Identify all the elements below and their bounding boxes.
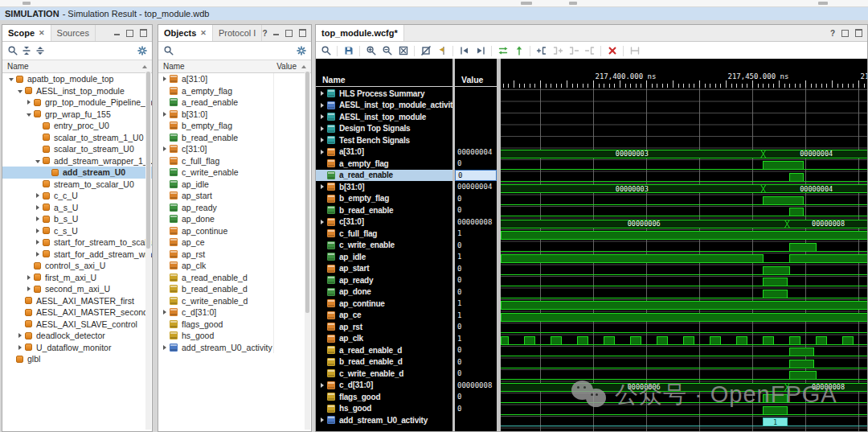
wave-signal-b-read-enable[interactable]: b_read_enable <box>316 204 452 216</box>
swap-icon[interactable] <box>496 44 510 58</box>
tree-item-add_stream_wrapper_1_u0[interactable]: add_stream_wrapper_1_U0 <box>2 155 152 167</box>
objects-column-header[interactable]: Name Value <box>158 60 311 73</box>
objects-row-b-read-enable[interactable]: b_read_enable <box>158 132 311 144</box>
tree-item-c_c_u[interactable]: c_c_U <box>2 190 152 202</box>
wave-signal-ap-idle[interactable]: ap_idle <box>316 251 452 263</box>
wave-signal-ap-ready[interactable]: ap_ready <box>316 274 452 286</box>
expand-arrow-icon[interactable] <box>16 85 25 97</box>
wave-signal-ap-done[interactable]: ap_done <box>316 286 452 298</box>
save-icon[interactable] <box>342 44 355 58</box>
tree-item-aesl_axi_slave_control[interactable]: AESL_AXI_SLAVE_control <box>2 319 152 331</box>
tree-item-stream_to_scalar_u0[interactable]: stream_to_scalar_U0 <box>2 179 152 191</box>
wave-signal-hs-good[interactable]: hs_good <box>316 403 452 415</box>
tree-item-a_s_u[interactable]: a_s_U <box>2 202 152 214</box>
wave-signal-test-bench-signals[interactable]: Test Bench Signals <box>316 134 452 146</box>
crosshair-off-icon[interactable] <box>419 44 432 58</box>
objects-row-c-write-enable-d[interactable]: c_write_enable_d <box>158 295 311 307</box>
tree-item-add_stream_u0[interactable]: add_stream_U0 <box>2 167 152 179</box>
tab-scope[interactable]: Scope✕ <box>2 25 51 41</box>
tree-item-grp_top_module_pipeline_main_lc[interactable]: grp_top_module_Pipeline_main_lc <box>2 97 152 109</box>
objects-row-add-stream-u0-activity[interactable]: add_stream_U0_activity <box>158 342 311 354</box>
maximize-button[interactable] <box>285 30 293 37</box>
wave-signal-ap-ce[interactable]: ap_ce <box>316 310 452 322</box>
expand-arrow-icon[interactable] <box>162 342 170 354</box>
expand-arrow-icon[interactable] <box>34 249 43 261</box>
objects-row-ap-continue[interactable]: ap_continue <box>158 225 311 237</box>
expand-arrow-icon[interactable] <box>16 330 25 342</box>
wave-signal-c-full-flag[interactable]: c_full_flag <box>316 228 452 240</box>
help-button[interactable]: ? <box>262 29 267 38</box>
tree-item-deadlock_detector[interactable]: deadlock_detector <box>2 330 152 342</box>
wave-signal-ap-clk[interactable]: ap_clk <box>316 333 452 345</box>
gear-icon[interactable] <box>135 44 149 58</box>
objects-row-b-read-enable-d[interactable]: b_read_enable_d <box>158 283 311 295</box>
gear-icon[interactable] <box>294 44 308 58</box>
wave-signal-a-31-0-[interactable]: a[31:0] <box>316 146 452 158</box>
tree-item-start_for_add_stream_wrapper[interactable]: start_for_add_stream_wrapper <box>2 249 152 261</box>
close-icon[interactable]: ✕ <box>39 29 45 37</box>
expand-arrow-icon[interactable] <box>318 123 327 135</box>
expand-arrow-icon[interactable] <box>34 225 43 237</box>
wave-signal-b-31-0-[interactable]: b[31:0] <box>316 181 452 193</box>
search-icon[interactable] <box>162 44 175 58</box>
maximize-button[interactable] <box>126 30 133 37</box>
wave-signal-b-read-enable-d[interactable]: b_read_enable_d <box>316 356 452 368</box>
expand-arrow-icon[interactable] <box>25 283 34 295</box>
zoom-out-icon[interactable] <box>380 44 394 58</box>
wave-signal-ap-start[interactable]: ap_start <box>316 263 452 275</box>
next-transition-icon[interactable] <box>473 44 487 58</box>
zoom-fit-icon[interactable] <box>396 44 410 58</box>
objects-row-ap-rst[interactable]: ap_rst <box>158 249 311 261</box>
expand-arrow-icon[interactable] <box>318 216 327 228</box>
float-button[interactable] <box>140 29 147 37</box>
objects-row-ap-done[interactable]: ap_done <box>158 213 311 225</box>
wave-signal-a-read-enable[interactable]: a_read_enable <box>316 170 452 182</box>
expand-arrow-icon[interactable] <box>318 88 327 100</box>
tree-item-glbl[interactable]: glbl <box>2 353 152 365</box>
tree-item-first_m_axi_u[interactable]: first_m_axi_U <box>2 272 152 284</box>
expand-arrow-icon[interactable] <box>162 109 170 121</box>
wave-signal-flags-good[interactable]: flags_good <box>316 391 452 403</box>
expand-arrow-icon[interactable] <box>162 73 170 85</box>
wave-signal-c-d-31-0-[interactable]: c_d[31:0] <box>316 380 452 392</box>
wave-signal-c-write-enable-d[interactable]: c_write_enable_d <box>316 368 452 380</box>
tree-item-u_dataflow_monitor[interactable]: U_dataflow_monitor <box>2 342 152 354</box>
objects-row-a-empty-flag[interactable]: a_empty_flag <box>158 85 311 97</box>
expand-arrow-icon[interactable] <box>25 109 34 121</box>
tab-sources[interactable]: Sources <box>51 25 96 41</box>
tree-item-second_m_axi_u[interactable]: second_m_axi_U <box>2 283 152 295</box>
expand-arrow-icon[interactable] <box>318 111 327 123</box>
objects-row-a-31-0-[interactable]: a[31:0] <box>158 73 311 85</box>
expand-arrow-icon[interactable] <box>34 155 43 167</box>
wave-signal-add-stream-u0-activity[interactable]: add_stream_U0_activity <box>316 414 452 426</box>
objects-row-c-31-0-[interactable]: c[31:0] <box>158 143 311 155</box>
expand-arrow-icon[interactable] <box>318 100 327 112</box>
expand-arrow-icon[interactable] <box>318 146 327 158</box>
prev-transition-icon[interactable] <box>457 44 471 58</box>
objects-row-c-write-enable[interactable]: c_write_enable <box>158 167 311 179</box>
zoom-in-icon[interactable] <box>364 44 378 58</box>
search-icon[interactable] <box>6 44 19 58</box>
scope-column-header[interactable]: Name <box>2 60 152 73</box>
float-button[interactable] <box>855 29 862 37</box>
tree-item-b_s_u[interactable]: b_s_U <box>2 213 152 225</box>
wave-signal-ap-continue[interactable]: ap_continue <box>316 298 452 310</box>
tree-item-apatb_top_module_top[interactable]: apatb_top_module_top <box>2 73 152 85</box>
tree-item-c_s_u[interactable]: c_s_U <box>2 225 152 237</box>
minimize-button[interactable] <box>114 30 120 36</box>
wave-signal-a-empty-flag[interactable]: a_empty_flag <box>316 158 452 170</box>
expand-arrow-icon[interactable] <box>34 237 43 249</box>
objects-row-ap-ready[interactable]: ap_ready <box>158 202 311 214</box>
expand-arrow-icon[interactable] <box>34 190 43 202</box>
objects-row-hs-good[interactable]: hs_good <box>158 330 311 342</box>
objects-row-flags-good[interactable]: flags_good <box>158 319 311 331</box>
expand-arrow-icon[interactable] <box>34 202 43 214</box>
tree-item-control_s_axi_u[interactable]: control_s_axi_U <box>2 260 152 272</box>
tree-item-grp_wrap_fu_155[interactable]: grp_wrap_fu_155 <box>2 109 152 121</box>
tree-item-scalar_to_stream_u0[interactable]: scalar_to_stream_U0 <box>2 143 152 155</box>
wave-signal-a-read-enable-d[interactable]: a_read_enable_d <box>316 344 452 356</box>
collapse-all-icon[interactable] <box>19 44 33 58</box>
scope-scrollbar[interactable] <box>145 72 151 430</box>
wave-signal-aesl-inst-top-module-activity[interactable]: AESL_inst_top_module_activity <box>316 100 452 112</box>
objects-row-c-d-31-0-[interactable]: c_d[31:0] <box>158 307 311 319</box>
